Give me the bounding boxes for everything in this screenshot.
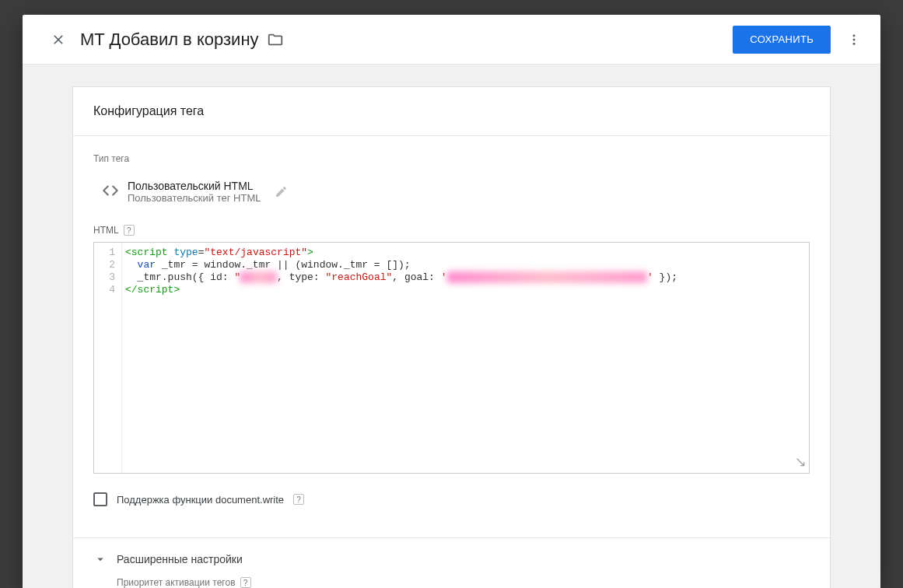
config-body-section: Тип тега Пользовательский HTML Пользоват… bbox=[73, 136, 830, 537]
tag-type-name: Пользовательский HTML bbox=[128, 180, 261, 192]
tag-type-text: Пользовательский HTML Пользовательский т… bbox=[128, 180, 261, 204]
html-field-label: HTML ? bbox=[93, 225, 810, 236]
redacted-id: XXXXXX bbox=[240, 271, 277, 283]
priority-label-row: Приоритет активации тегов ? bbox=[117, 577, 810, 588]
config-header-section: Конфигурация тега bbox=[73, 87, 830, 136]
config-section-title: Конфигурация тега bbox=[93, 104, 810, 118]
resize-icon bbox=[794, 456, 807, 468]
more-vert-icon bbox=[847, 33, 861, 47]
tag-title[interactable]: MT Добавил в корзину bbox=[80, 30, 259, 50]
tag-config-card: Конфигурация тега Тип тега Пользовательс… bbox=[72, 86, 831, 588]
editor-gutter: 1 2 3 4 bbox=[94, 243, 122, 473]
document-write-label: Поддержка функции document.write bbox=[117, 494, 284, 506]
edit-type-button[interactable] bbox=[275, 185, 288, 198]
svg-point-2 bbox=[853, 42, 856, 44]
svg-point-1 bbox=[853, 38, 856, 40]
document-write-row: Поддержка функции document.write ? bbox=[93, 492, 810, 506]
advanced-section: Расширенные настройки Приоритет активаци… bbox=[73, 537, 830, 588]
more-menu-button[interactable] bbox=[837, 23, 871, 57]
folder-icon bbox=[267, 31, 284, 48]
pencil-icon bbox=[275, 185, 288, 198]
modal-header: MT Добавил в корзину СОХРАНИТЬ bbox=[23, 15, 880, 65]
save-button[interactable]: СОХРАНИТЬ bbox=[733, 26, 831, 54]
close-button[interactable] bbox=[41, 23, 75, 57]
editor-content[interactable]: <script type="text/javascript"> var _tmr… bbox=[122, 243, 809, 473]
chevron-down-icon bbox=[93, 552, 107, 566]
document-write-help[interactable]: ? bbox=[293, 494, 304, 505]
choose-folder-button[interactable] bbox=[267, 31, 284, 48]
tag-editor-modal: MT Добавил в корзину СОХРАНИТЬ Конфигура… bbox=[23, 15, 880, 588]
modal-body: Конфигурация тега Тип тега Пользовательс… bbox=[23, 65, 880, 588]
html-code-editor[interactable]: 1 2 3 4 <script type="text/javascript"> … bbox=[93, 242, 810, 474]
svg-point-0 bbox=[853, 34, 856, 37]
close-icon bbox=[51, 32, 66, 47]
tag-type-desc: Пользовательский тег HTML bbox=[128, 192, 261, 204]
editor-resize-handle[interactable] bbox=[794, 456, 807, 471]
advanced-toggle[interactable]: Расширенные настройки bbox=[93, 552, 810, 566]
tag-type-label: Тип тега bbox=[93, 153, 810, 164]
priority-help[interactable]: ? bbox=[240, 577, 251, 588]
tag-type-row: Пользовательский HTML Пользовательский т… bbox=[93, 175, 810, 208]
code-icon bbox=[93, 173, 128, 208]
redacted-goal: XXXXXXXXXXXXXXXXXXXXXXXXXXXXXXXXX bbox=[447, 271, 647, 283]
html-help-button[interactable]: ? bbox=[124, 225, 135, 236]
document-write-checkbox[interactable] bbox=[93, 492, 107, 506]
